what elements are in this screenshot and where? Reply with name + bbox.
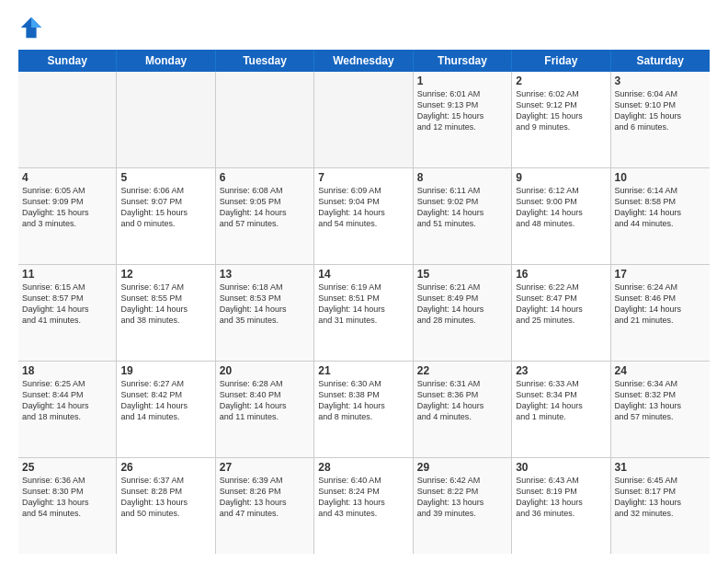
day-info: Sunrise: 6:27 AM Sunset: 8:42 PM Dayligh… — [120, 378, 210, 423]
day-number: 26 — [120, 461, 210, 474]
weekday-header-sunday: Sunday — [18, 50, 117, 72]
calendar-row-2: 4Sunrise: 6:05 AM Sunset: 9:09 PM Daylig… — [18, 168, 710, 265]
day-number: 13 — [220, 268, 310, 281]
calendar-cell-r5-c7: 31Sunrise: 6:45 AM Sunset: 8:17 PM Dayli… — [611, 458, 710, 554]
calendar-cell-r1-c5: 1Sunrise: 6:01 AM Sunset: 9:13 PM Daylig… — [414, 72, 512, 167]
calendar-cell-r1-c7: 3Sunrise: 6:04 AM Sunset: 9:10 PM Daylig… — [611, 72, 710, 167]
day-info: Sunrise: 6:42 AM Sunset: 8:22 PM Dayligh… — [417, 475, 507, 520]
calendar-cell-r1-c6: 2Sunrise: 6:02 AM Sunset: 9:12 PM Daylig… — [512, 72, 610, 167]
calendar-cell-r5-c4: 28Sunrise: 6:40 AM Sunset: 8:24 PM Dayli… — [314, 458, 413, 554]
calendar-cell-r2-c6: 9Sunrise: 6:12 AM Sunset: 9:00 PM Daylig… — [512, 168, 610, 264]
weekday-header-monday: Monday — [117, 50, 215, 72]
day-info: Sunrise: 6:01 AM Sunset: 9:13 PM Dayligh… — [417, 88, 507, 133]
header — [18, 15, 710, 40]
day-info: Sunrise: 6:06 AM Sunset: 9:07 PM Dayligh… — [120, 185, 210, 230]
weekday-header-saturday: Saturday — [611, 50, 710, 72]
calendar-cell-r2-c3: 6Sunrise: 6:08 AM Sunset: 9:05 PM Daylig… — [216, 168, 314, 264]
day-number: 22 — [417, 364, 507, 377]
calendar-cell-r3-c7: 17Sunrise: 6:24 AM Sunset: 8:46 PM Dayli… — [611, 265, 710, 361]
weekday-header-thursday: Thursday — [414, 50, 512, 72]
calendar-cell-r3-c5: 15Sunrise: 6:21 AM Sunset: 8:49 PM Dayli… — [414, 265, 512, 361]
weekday-header-wednesday: Wednesday — [314, 50, 413, 72]
day-info: Sunrise: 6:15 AM Sunset: 8:57 PM Dayligh… — [22, 282, 112, 327]
day-info: Sunrise: 6:30 AM Sunset: 8:38 PM Dayligh… — [318, 378, 408, 423]
calendar-cell-r4-c6: 23Sunrise: 6:33 AM Sunset: 8:34 PM Dayli… — [512, 362, 610, 457]
day-number: 30 — [516, 461, 606, 474]
calendar-cell-r1-c1 — [18, 72, 117, 167]
day-number: 23 — [516, 364, 606, 377]
day-info: Sunrise: 6:37 AM Sunset: 8:28 PM Dayligh… — [120, 475, 210, 520]
day-number: 14 — [318, 268, 408, 281]
day-number: 4 — [22, 171, 112, 184]
calendar-cell-r3-c4: 14Sunrise: 6:19 AM Sunset: 8:51 PM Dayli… — [314, 265, 413, 361]
day-info: Sunrise: 6:18 AM Sunset: 8:53 PM Dayligh… — [220, 282, 310, 327]
page: SundayMondayTuesdayWednesdayThursdayFrid… — [0, 0, 728, 563]
day-info: Sunrise: 6:12 AM Sunset: 9:00 PM Dayligh… — [516, 185, 606, 230]
day-number: 11 — [22, 268, 112, 281]
day-info: Sunrise: 6:40 AM Sunset: 8:24 PM Dayligh… — [318, 475, 408, 520]
day-info: Sunrise: 6:22 AM Sunset: 8:47 PM Dayligh… — [516, 282, 606, 327]
day-number: 2 — [516, 75, 606, 87]
calendar-cell-r2-c4: 7Sunrise: 6:09 AM Sunset: 9:04 PM Daylig… — [314, 168, 413, 264]
calendar-cell-r4-c7: 24Sunrise: 6:34 AM Sunset: 8:32 PM Dayli… — [611, 362, 710, 457]
calendar-cell-r2-c1: 4Sunrise: 6:05 AM Sunset: 9:09 PM Daylig… — [18, 168, 117, 264]
calendar-cell-r1-c4 — [314, 72, 413, 167]
day-info: Sunrise: 6:14 AM Sunset: 8:58 PM Dayligh… — [615, 185, 706, 230]
svg-marker-1 — [31, 17, 41, 28]
day-number: 28 — [318, 461, 408, 474]
day-number: 24 — [615, 364, 706, 377]
calendar-cell-r5-c5: 29Sunrise: 6:42 AM Sunset: 8:22 PM Dayli… — [414, 458, 512, 554]
calendar-cell-r4-c4: 21Sunrise: 6:30 AM Sunset: 8:38 PM Dayli… — [314, 362, 413, 457]
day-info: Sunrise: 6:34 AM Sunset: 8:32 PM Dayligh… — [615, 378, 706, 423]
calendar-cell-r5-c1: 25Sunrise: 6:36 AM Sunset: 8:30 PM Dayli… — [18, 458, 117, 554]
weekday-header-friday: Friday — [512, 50, 610, 72]
day-info: Sunrise: 6:45 AM Sunset: 8:17 PM Dayligh… — [615, 475, 706, 520]
calendar-cell-r2-c7: 10Sunrise: 6:14 AM Sunset: 8:58 PM Dayli… — [611, 168, 710, 264]
calendar-cell-r4-c1: 18Sunrise: 6:25 AM Sunset: 8:44 PM Dayli… — [18, 362, 117, 457]
day-number: 31 — [615, 461, 706, 474]
day-info: Sunrise: 6:08 AM Sunset: 9:05 PM Dayligh… — [220, 185, 310, 230]
day-info: Sunrise: 6:25 AM Sunset: 8:44 PM Dayligh… — [22, 378, 112, 423]
calendar-cell-r5-c6: 30Sunrise: 6:43 AM Sunset: 8:19 PM Dayli… — [512, 458, 610, 554]
day-number: 6 — [220, 171, 310, 184]
calendar-cell-r2-c2: 5Sunrise: 6:06 AM Sunset: 9:07 PM Daylig… — [117, 168, 215, 264]
day-number: 1 — [417, 75, 507, 87]
calendar-header: SundayMondayTuesdayWednesdayThursdayFrid… — [18, 50, 710, 72]
day-info: Sunrise: 6:17 AM Sunset: 8:55 PM Dayligh… — [120, 282, 210, 327]
day-number: 17 — [615, 268, 706, 281]
day-info: Sunrise: 6:04 AM Sunset: 9:10 PM Dayligh… — [615, 88, 706, 133]
calendar-row-4: 18Sunrise: 6:25 AM Sunset: 8:44 PM Dayli… — [18, 362, 710, 458]
day-number: 21 — [318, 364, 408, 377]
calendar-cell-r3-c1: 11Sunrise: 6:15 AM Sunset: 8:57 PM Dayli… — [18, 265, 117, 361]
day-number: 5 — [120, 171, 210, 184]
calendar-cell-r2-c5: 8Sunrise: 6:11 AM Sunset: 9:02 PM Daylig… — [414, 168, 512, 264]
day-info: Sunrise: 6:43 AM Sunset: 8:19 PM Dayligh… — [516, 475, 606, 520]
day-info: Sunrise: 6:21 AM Sunset: 8:49 PM Dayligh… — [417, 282, 507, 327]
calendar-cell-r5-c3: 27Sunrise: 6:39 AM Sunset: 8:26 PM Dayli… — [216, 458, 314, 554]
day-number: 20 — [220, 364, 310, 377]
day-info: Sunrise: 6:33 AM Sunset: 8:34 PM Dayligh… — [516, 378, 606, 423]
calendar-cell-r1-c3 — [216, 72, 314, 167]
day-info: Sunrise: 6:28 AM Sunset: 8:40 PM Dayligh… — [220, 378, 310, 423]
calendar-row-3: 11Sunrise: 6:15 AM Sunset: 8:57 PM Dayli… — [18, 265, 710, 362]
day-info: Sunrise: 6:24 AM Sunset: 8:46 PM Dayligh… — [615, 282, 706, 327]
day-number: 12 — [120, 268, 210, 281]
day-number: 15 — [417, 268, 507, 281]
day-number: 29 — [417, 461, 507, 474]
logo-icon — [18, 15, 44, 40]
day-info: Sunrise: 6:36 AM Sunset: 8:30 PM Dayligh… — [22, 475, 112, 520]
day-info: Sunrise: 6:19 AM Sunset: 8:51 PM Dayligh… — [318, 282, 408, 327]
day-info: Sunrise: 6:05 AM Sunset: 9:09 PM Dayligh… — [22, 185, 112, 230]
calendar-cell-r4-c5: 22Sunrise: 6:31 AM Sunset: 8:36 PM Dayli… — [414, 362, 512, 457]
day-info: Sunrise: 6:09 AM Sunset: 9:04 PM Dayligh… — [318, 185, 408, 230]
calendar: SundayMondayTuesdayWednesdayThursdayFrid… — [18, 50, 710, 554]
calendar-cell-r4-c2: 19Sunrise: 6:27 AM Sunset: 8:42 PM Dayli… — [117, 362, 215, 457]
calendar-cell-r3-c6: 16Sunrise: 6:22 AM Sunset: 8:47 PM Dayli… — [512, 265, 610, 361]
day-number: 18 — [22, 364, 112, 377]
day-number: 3 — [615, 75, 706, 87]
day-number: 9 — [516, 171, 606, 184]
day-number: 25 — [22, 461, 112, 474]
calendar-row-5: 25Sunrise: 6:36 AM Sunset: 8:30 PM Dayli… — [18, 458, 710, 554]
calendar-cell-r3-c3: 13Sunrise: 6:18 AM Sunset: 8:53 PM Dayli… — [216, 265, 314, 361]
calendar-cell-r5-c2: 26Sunrise: 6:37 AM Sunset: 8:28 PM Dayli… — [117, 458, 215, 554]
